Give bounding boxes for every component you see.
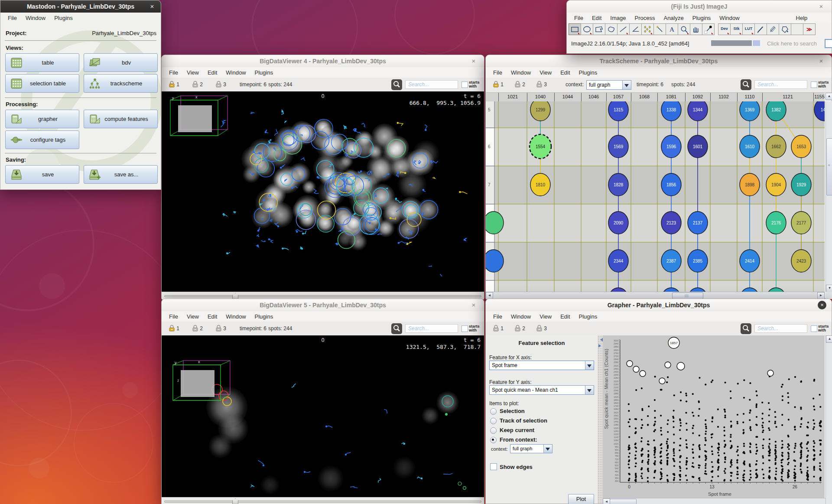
trackscheme-node-1904[interactable]: 1904 [766,173,786,196]
menu-window[interactable]: Window [507,68,535,77]
titlebar[interactable]: (Fiji Is Just) ImageJ × [567,0,832,13]
tool-brush[interactable] [767,23,779,35]
highlighted-spot[interactable] [767,370,774,376]
starts-with-checkbox[interactable] [462,325,468,332]
tool-more[interactable]: ≫ [803,23,816,35]
lock-button-1[interactable]: 1 [169,81,182,88]
close-icon[interactable]: × [818,301,826,309]
trackscheme-node-2423[interactable]: 2423 [791,250,811,272]
starts-with-checkbox[interactable] [462,81,468,88]
labeled-spot-1857[interactable]: 1857 [668,337,679,348]
highlighted-spot[interactable] [677,362,685,370]
trackscheme-node-2177[interactable]: 2177 [791,211,811,234]
split-pane-divider[interactable] [598,335,603,504]
search-icon[interactable] [391,323,402,334]
button-configure-tags[interactable]: configure tags [5,130,79,149]
trackscheme-node-2090[interactable]: 2090 [608,211,628,234]
menu-window[interactable]: Window [222,312,250,321]
context-dropdown[interactable]: full graph [510,444,552,453]
bdv-viewer-canvas[interactable]: 0 t = 6666.8, 995.3, 1056.9 yx [162,91,484,292]
tool-zoom[interactable] [678,23,690,35]
menu-window[interactable]: Window [715,14,743,22]
trackscheme-node-2387[interactable]: 2387 [661,250,681,272]
scrollbar-handle[interactable]: ||| [672,293,703,299]
menu-window[interactable]: Window [507,312,535,321]
trackscheme-node-1315[interactable]: 1315 [608,101,628,121]
collapse-left-icon[interactable] [598,338,603,341]
button-selection-table[interactable]: selection table [5,74,79,93]
trackscheme-node-2414[interactable]: 2414 [740,250,760,272]
lock-button-3[interactable]: 3 [536,325,549,332]
menu-file[interactable]: File [489,68,506,77]
menu-help[interactable]: Help [792,14,812,22]
trackscheme-node-1856[interactable]: 1856 [661,173,681,196]
menu-file[interactable]: File [570,14,587,22]
trackscheme-node-1662[interactable]: 1662 [766,135,786,158]
tool-oval[interactable] [581,23,593,35]
x-axis-feature-dropdown[interactable]: Spot frame [489,361,594,370]
trackscheme-node-1929[interactable]: 1929 [791,173,811,196]
menu-file[interactable]: File [489,312,506,321]
menu-view[interactable]: View [183,68,203,77]
trackscheme-node-1610[interactable]: 1610 [740,135,760,158]
close-icon[interactable]: × [817,57,826,65]
search-icon[interactable] [391,79,402,90]
highlighted-spot[interactable] [659,378,665,384]
close-icon[interactable]: × [148,2,156,11]
highlighted-spot[interactable] [665,362,671,368]
menu-file[interactable]: File [4,14,21,22]
search-input[interactable]: Search... [754,324,807,333]
lock-button-2[interactable]: 2 [514,81,527,88]
close-icon[interactable]: × [469,57,478,65]
trackscheme-node-1596[interactable]: 1596 [661,135,681,158]
radio-from-context-[interactable] [490,437,497,443]
lock-button-2[interactable]: 2 [514,325,527,332]
trackscheme-node-2344[interactable]: 2344 [608,250,628,272]
menu-plugins[interactable]: Plugins [575,68,601,77]
close-icon[interactable]: × [469,301,478,309]
titlebar[interactable]: BigDataViewer 4 - Parhyale_LimbDev_30tps… [162,55,484,68]
starts-with-checkbox[interactable] [811,325,817,332]
menu-edit[interactable]: Edit [556,68,574,77]
button-bdv[interactable]: bdv [84,53,158,72]
scrollbar-handle[interactable] [610,499,637,504]
search-input[interactable] [825,39,832,48]
tool-blank[interactable] [791,23,803,35]
trackscheme-node[interactable] [486,250,504,272]
menu-image[interactable]: Image [606,14,630,22]
chevron-down-icon[interactable] [585,361,594,370]
menu-edit[interactable]: Edit [556,312,574,321]
tool-point[interactable] [641,23,654,35]
tool-polygon[interactable] [593,23,605,35]
context-dropdown[interactable]: full graph [586,80,631,90]
menu-process[interactable]: Process [631,14,659,22]
button-compute-features[interactable]: compute features [84,110,158,128]
horizontal-scrollbar[interactable]: ◄ [603,498,826,504]
lock-button-1[interactable]: 1 [169,325,182,332]
trackscheme-node-1344[interactable]: 1344 [688,101,708,121]
tool-line[interactable] [617,23,630,35]
chevron-down-icon[interactable] [622,81,631,89]
highlighted-spot[interactable] [633,366,639,372]
chevron-down-icon[interactable] [585,386,594,394]
menu-plugins[interactable]: Plugins [689,14,715,22]
search-icon[interactable] [741,79,751,90]
menu-plugins[interactable]: Plugins [50,14,77,22]
plot-button[interactable]: Plot [568,494,594,504]
menu-plugins[interactable]: Plugins [251,312,277,321]
scroll-down-button[interactable]: ▼ [826,285,832,292]
lock-button-1[interactable]: 1 [493,325,506,332]
menu-window[interactable]: Window [222,68,250,77]
tool-text[interactable]: A [666,23,678,35]
tool-picker[interactable] [702,23,715,35]
trackscheme-node-1338[interactable]: 1338 [661,101,681,121]
trackscheme-node-1828[interactable]: 1828 [608,173,628,196]
radio-track-of-selection[interactable] [490,418,497,424]
search-input[interactable]: Search... [405,80,458,89]
titlebar[interactable]: TrackScheme - Parhyale_LimbDev_30tps × [486,55,832,68]
y-axis-feature-dropdown[interactable]: Spot quick mean - Mean ch1 [489,385,594,395]
trackscheme-node-1369[interactable]: 1369 [740,101,760,121]
tool-lut[interactable]: LUT [742,23,755,35]
lock-button-2[interactable]: 2 [192,325,205,332]
lock-button-2[interactable]: 2 [192,81,205,88]
